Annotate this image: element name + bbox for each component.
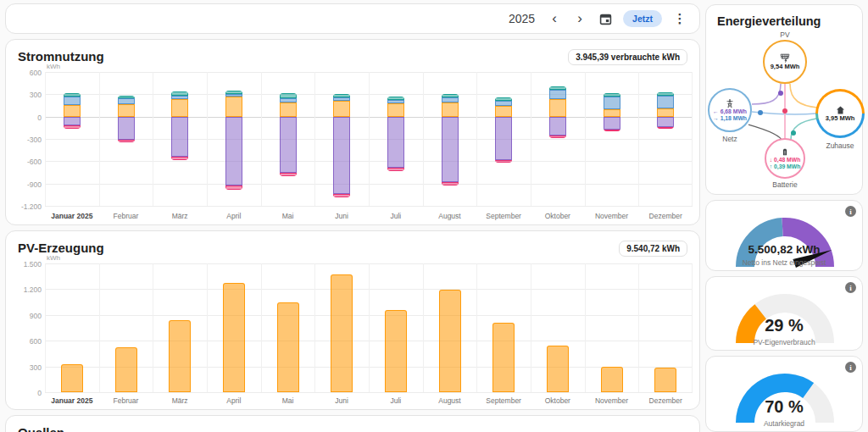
energy-usage-card: Stromnutzung 3.945,39 verbrauchte kWh 60… — [5, 39, 700, 225]
gridline — [314, 72, 315, 206]
bar-segment-export_purple — [387, 117, 404, 169]
calendar-button[interactable] — [594, 8, 616, 30]
usage-bar-return-Januar 2025[interactable] — [64, 117, 81, 129]
bar-segment-solar — [118, 104, 135, 116]
gridline — [531, 263, 531, 392]
battery-discharge-value: ↑ 0,39 MWh — [770, 163, 801, 170]
calendar-icon — [599, 13, 612, 25]
gridline — [585, 72, 586, 206]
home-icon — [835, 105, 846, 115]
x-axis-label: März — [153, 212, 207, 220]
gridline — [423, 72, 424, 206]
info-icon[interactable]: i — [845, 206, 856, 217]
bar-segment-export_purple — [171, 117, 188, 158]
gridline — [476, 72, 477, 206]
home-node[interactable]: 3,95 MWh — [815, 89, 865, 138]
next-period-button[interactable]: › — [569, 8, 591, 30]
pv-bar-Juli[interactable] — [385, 310, 407, 392]
usage-bar-Februar[interactable] — [118, 96, 135, 117]
pv-bar-August[interactable] — [439, 290, 461, 392]
info-icon[interactable]: i — [845, 362, 856, 373]
bar-segment-solar — [333, 101, 350, 117]
energy-flow-diagram: PV 9,54 MWh ← 6,68 MWh → 1,18 MWh Netz 3… — [706, 30, 864, 191]
bar-segment-grid_blue — [604, 97, 620, 109]
pv-bar-September[interactable] — [492, 323, 515, 392]
usage-bar-return-Oktober[interactable] — [549, 117, 566, 138]
usage-bar-return-September[interactable] — [495, 117, 512, 163]
bar-segment-grid_blue — [657, 96, 674, 109]
usage-bar-September[interactable] — [495, 97, 512, 116]
usage-bar-return-März[interactable] — [171, 117, 188, 161]
usage-bar-return-November[interactable] — [604, 117, 620, 132]
pv-bar-Februar[interactable] — [115, 347, 137, 392]
bar-segment-battery_in_pink — [604, 130, 620, 132]
usage-bar-return-Februar[interactable] — [118, 117, 135, 143]
pv-bar-Januar 2025[interactable] — [61, 364, 83, 392]
usage-chart: 6003000-300-600-900-1.200kWhJanuar 2025F… — [6, 40, 699, 224]
pv-bar-April[interactable] — [223, 283, 245, 392]
pv-bar-Dezember[interactable] — [654, 368, 676, 392]
x-axis-label: Juni — [314, 396, 369, 405]
y-axis-tick: -300 — [13, 136, 42, 144]
home-node-value: 3,95 MWh — [826, 115, 855, 123]
pv-bar-März[interactable] — [169, 320, 191, 392]
pv-bar-Oktober[interactable] — [547, 346, 569, 392]
usage-bar-August[interactable] — [442, 94, 459, 116]
overflow-menu-button[interactable]: ⋮ — [669, 8, 691, 30]
grid-node[interactable]: ← 6,68 MWh → 1,18 MWh — [708, 88, 752, 132]
grid-neutrality-gauge-card: 5.500,82 kWh Netto ins Netz eingespeist … — [705, 200, 863, 271]
distribution-title: Energieverteilung — [706, 5, 862, 28]
pv-bar-November[interactable] — [601, 367, 623, 392]
gridline — [207, 72, 208, 206]
energy-distribution-card: Energieverteilung PV 9,54 MWh — [705, 4, 863, 195]
jetzt-button[interactable]: Jetzt — [623, 10, 662, 27]
bar-segment-battery_in_pink — [333, 194, 350, 197]
bar-segment-battery_in_pink — [657, 127, 674, 130]
usage-bar-November[interactable] — [604, 93, 620, 116]
bar-segment-battery_in_pink — [495, 160, 512, 163]
gridline — [531, 72, 531, 206]
pv-bar-Juni[interactable] — [331, 274, 353, 392]
gridline — [476, 263, 477, 392]
x-axis-label: März — [153, 396, 207, 405]
y-axis-tick: 600 — [13, 69, 42, 77]
usage-bar-Oktober[interactable] — [549, 86, 566, 117]
grid-neutrality-label: Netto ins Netz eingespeist — [706, 258, 862, 267]
home-node-label: Zuhause — [810, 141, 868, 150]
gridline — [45, 263, 46, 392]
usage-bar-return-Juli[interactable] — [387, 117, 404, 171]
pv-bar-Mai[interactable] — [277, 302, 299, 392]
bar-segment-export_purple — [657, 117, 674, 127]
usage-bar-April[interactable] — [225, 91, 242, 117]
info-icon[interactable]: i — [845, 282, 856, 293]
usage-bar-return-Juni[interactable] — [333, 117, 350, 197]
usage-bar-return-April[interactable] — [225, 117, 242, 190]
gridline — [261, 263, 262, 392]
x-axis-label: September — [476, 212, 531, 220]
usage-bar-Mai[interactable] — [280, 93, 297, 117]
bar-segment-battery_in_pink — [442, 182, 459, 186]
usage-bar-return-Dezember[interactable] — [657, 117, 674, 129]
bar-segment-export_purple — [495, 117, 512, 160]
x-axis-label: Juli — [369, 212, 423, 220]
usage-bar-Juli[interactable] — [387, 97, 404, 116]
pv-node[interactable]: 9,54 MWh — [763, 40, 807, 84]
previous-period-button[interactable]: ‹ — [543, 8, 565, 30]
gridline — [45, 206, 693, 207]
usage-bar-Juni[interactable] — [333, 94, 350, 116]
usage-bar-Dezember[interactable] — [657, 92, 674, 117]
x-axis-label: Mai — [261, 212, 315, 220]
battery-node[interactable]: ↓ 0,48 MWh ↑ 0,39 MWh — [765, 138, 805, 179]
usage-bar-Januar 2025[interactable] — [64, 93, 81, 117]
x-axis-label: April — [207, 396, 261, 405]
usage-bar-return-August[interactable] — [442, 117, 459, 186]
usage-bar-return-Mai[interactable] — [280, 117, 297, 177]
x-axis-label: Dezember — [638, 396, 693, 405]
transmission-tower-icon — [725, 98, 735, 108]
gridline — [638, 72, 639, 206]
usage-bar-März[interactable] — [171, 91, 188, 117]
bar-segment-grid_blue — [64, 97, 81, 105]
self-consumption-value: 29 % — [706, 316, 862, 335]
bar-segment-solar — [225, 97, 242, 117]
self-consumption-gauge — [721, 280, 849, 346]
